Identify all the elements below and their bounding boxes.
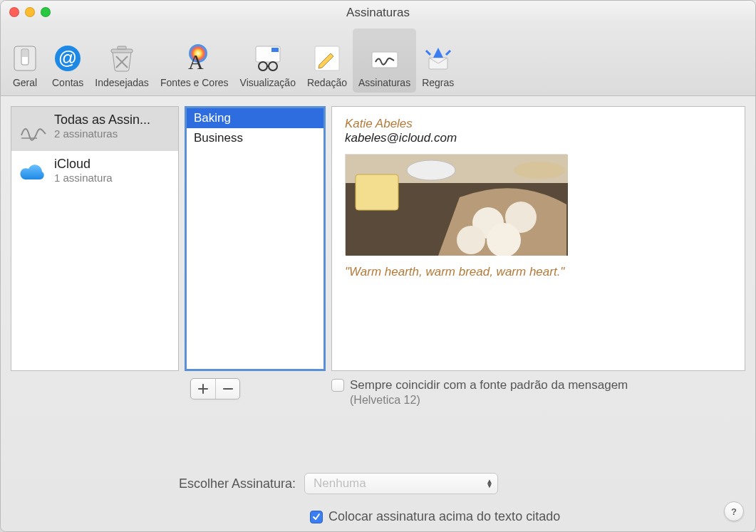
- account-count: 2 assinaturas: [54, 127, 150, 140]
- at-sign-icon: @: [52, 43, 83, 74]
- tab-rules[interactable]: Regras: [416, 28, 460, 93]
- choose-signature-select[interactable]: Nenhuma ▲▼: [304, 473, 498, 494]
- window-title: Assinaturas: [346, 6, 410, 20]
- tab-junk[interactable]: Indesejadas: [89, 28, 155, 93]
- tab-signatures[interactable]: Assinaturas: [353, 28, 416, 93]
- tab-accounts[interactable]: @ Contas: [46, 28, 89, 93]
- svg-rect-6: [118, 46, 126, 49]
- tab-composing[interactable]: Redação: [301, 28, 353, 93]
- icloud-icon: [17, 157, 50, 189]
- sig-email: kabeles@icloud.com: [345, 131, 732, 145]
- panes: Todas as Assin... 2 assinaturas iCloud 1…: [11, 106, 745, 371]
- svg-text:A: A: [188, 50, 204, 73]
- svg-point-22: [407, 160, 455, 180]
- svg-point-25: [487, 223, 521, 256]
- add-remove-segmented: [190, 378, 240, 400]
- add-signature-button[interactable]: [191, 379, 215, 399]
- account-count: 1 assinatura: [54, 172, 113, 184]
- preferences-toolbar: Geral @ Contas Indesejadas A: [1, 25, 755, 96]
- rules-icon: [423, 43, 454, 74]
- footer: Escolher Assinatura: Nenhuma ▲▼ Colocar …: [11, 452, 745, 524]
- svg-rect-21: [356, 174, 398, 210]
- tab-general[interactable]: Geral: [4, 28, 46, 93]
- account-name: iCloud: [54, 157, 113, 172]
- svg-rect-12: [271, 48, 279, 52]
- titlebar: Assinaturas: [1, 1, 755, 25]
- remove-signature-button[interactable]: [215, 379, 239, 399]
- svg-point-14: [269, 62, 277, 71]
- trash-icon: [106, 43, 138, 74]
- signature-preview[interactable]: Katie Abeles kabeles@icloud.com: [331, 106, 745, 371]
- tab-label: Fontes e Cores: [160, 77, 229, 88]
- tab-label: Assinaturas: [358, 77, 410, 88]
- account-item-icloud[interactable]: iCloud 1 assinatura: [11, 151, 178, 195]
- place-above-quote-checkbox[interactable]: [310, 511, 323, 523]
- tab-label: Indesejadas: [95, 77, 149, 88]
- tab-fonts-colors[interactable]: A Fontes e Cores: [155, 28, 234, 93]
- select-arrows-icon: ▲▼: [486, 479, 493, 488]
- help-button[interactable]: ?: [724, 501, 744, 521]
- preferences-window: Assinaturas Geral @ Contas Indesejadas: [0, 0, 756, 532]
- svg-point-26: [457, 226, 485, 254]
- choose-signature-value: Nenhuma: [314, 476, 366, 491]
- tab-label: Contas: [52, 77, 83, 88]
- account-item-all[interactable]: Todas as Assin... 2 assinaturas: [11, 107, 178, 151]
- signature-image: [345, 154, 567, 255]
- accounts-list[interactable]: Todas as Assin... 2 assinaturas iCloud 1…: [11, 106, 179, 371]
- window-controls: [9, 7, 51, 17]
- svg-rect-5: [111, 49, 133, 53]
- choose-signature-label: Escolher Assinatura:: [11, 476, 296, 491]
- place-above-quote-label: Colocar assinatura acima do texto citado: [328, 509, 560, 524]
- font-hint: (Helvetica 12): [350, 394, 745, 407]
- match-font-checkbox[interactable]: [331, 379, 344, 392]
- glasses-icon: [252, 43, 284, 74]
- sig-tagline: "Warm hearth, warm bread, warm heart.": [345, 265, 732, 279]
- signature-item-business[interactable]: Business: [187, 128, 323, 148]
- tab-label: Redação: [307, 77, 347, 88]
- zoom-window-button[interactable]: [41, 7, 51, 17]
- body: Todas as Assin... 2 assinaturas iCloud 1…: [1, 96, 755, 531]
- help-icon: ?: [731, 506, 737, 517]
- svg-point-13: [259, 62, 267, 71]
- account-name: Todas as Assin...: [54, 113, 150, 127]
- tab-viewing[interactable]: Visualização: [234, 28, 301, 93]
- tab-label: Visualização: [240, 77, 296, 88]
- tab-label: Regras: [422, 77, 454, 88]
- signatures-list[interactable]: Baking Business: [185, 106, 326, 371]
- signature-item-baking[interactable]: Baking: [187, 108, 323, 128]
- fonts-colors-icon: A: [179, 43, 210, 74]
- sig-name: Katie Abeles: [345, 117, 732, 131]
- svg-text:@: @: [58, 47, 77, 68]
- minimize-window-button[interactable]: [25, 7, 35, 17]
- svg-rect-2: [22, 50, 28, 57]
- tab-label: Geral: [13, 77, 37, 88]
- match-font-row: Sempre coincidir com a fonte padrão da m…: [331, 378, 745, 392]
- match-font-label: Sempre coincidir com a fonte padrão da m…: [350, 378, 628, 392]
- signature-icon: [369, 43, 400, 74]
- signature-icon: [17, 113, 50, 145]
- below-panes: Sempre coincidir com a fonte padrão da m…: [11, 378, 745, 407]
- close-window-button[interactable]: [9, 7, 19, 17]
- pencil-icon: [311, 43, 343, 74]
- switch-icon: [9, 43, 41, 74]
- svg-point-27: [514, 162, 565, 179]
